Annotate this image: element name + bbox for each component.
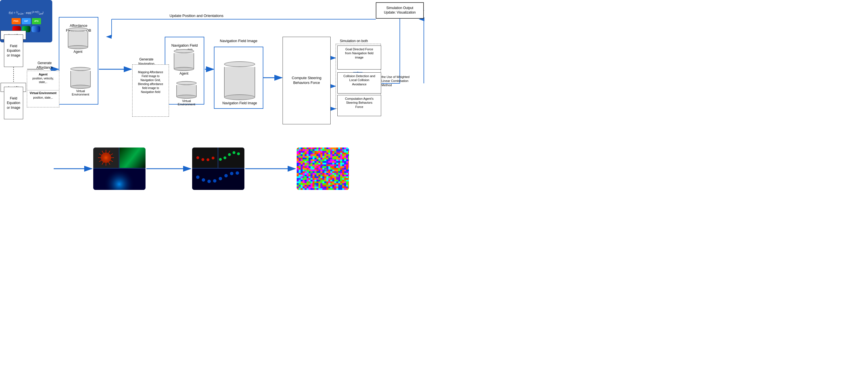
collision-box: Collision Detection and Local Collision …: [337, 72, 381, 93]
agent-info-header: Agent: [27, 72, 59, 76]
nav-field-db-title: Navigation Field Image: [214, 39, 264, 43]
input1-body-text: Field Equation or Image: [7, 44, 20, 58]
nav-field-cylinder: Navigation Field Image: [222, 61, 257, 105]
gif-icon: GIF: [22, 18, 31, 24]
nav-field-label: Navigation Field Image: [222, 101, 257, 105]
nav-db-box: Navigation Field Image DB Agent VirtualE…: [165, 37, 204, 105]
nav-agent-cylinder: Agent: [174, 49, 194, 76]
nav-virtual-cylinder: VirtualEnvironment: [174, 81, 199, 106]
sim-output-box: Simulation Output Update: Visualization: [376, 2, 424, 19]
formula-icons: PNG GIF JPG: [11, 18, 41, 24]
png-icon: PNG: [11, 18, 21, 24]
virtual-cylinder-label: Virtual Environment: [68, 89, 93, 96]
update-position-label: Update Position and Orientations: [169, 13, 223, 18]
inputN-body-text: Field Equation or Image: [7, 96, 20, 110]
jpg-icon: JPG: [32, 18, 41, 24]
bottom-image-2: [93, 148, 146, 190]
formula-text: f(x) = 1⁄σ√2π · exp{-(x-m)²⁄2σ²}: [9, 10, 43, 16]
virtual-info-header: Virtual Environment: [27, 91, 59, 95]
agent-cylinder: Agent: [68, 27, 88, 54]
agent-info-box: Agent position, velocity, state,.. Virtu…: [27, 71, 59, 108]
input1-body: Field Equation or Image: [4, 34, 23, 67]
inputN-body: Field Equation or Image: [4, 87, 23, 119]
compute-steering-box: Compute Steering Behaviors Force: [283, 37, 331, 124]
nav-image-box: Navigation Field Image: [214, 47, 264, 109]
affordance-db-box: Affordance Field Image DB Agent Virtual …: [59, 17, 98, 105]
agent-info-body: position, velocity, state,..: [27, 77, 59, 84]
virtual-cylinder: Virtual Environment: [68, 67, 93, 96]
nav-agent-label: Agent: [179, 71, 188, 76]
goal-force-box: Goal Directed Force from Navigation fiel…: [337, 46, 381, 69]
computation-box: Computation Agent's Steering Behaviors F…: [337, 95, 381, 116]
mapping-text: Mapping Affordance Field Image to Naviga…: [132, 65, 169, 96]
weighted-box: Goal Directed Force from Navigation fiel…: [336, 44, 381, 109]
virtual-info-body: position, state,..: [27, 96, 59, 99]
agent-cylinder-label: Agent: [73, 50, 82, 54]
bottom-image-4: [297, 148, 349, 190]
nav-virtual-label: VirtualEnvironment: [174, 99, 199, 106]
bottom-image-3: [192, 148, 244, 190]
diagram-container: Input 1 Field Equation or Image Input N …: [0, 0, 434, 194]
weighted-label: the Use of Weighted Linear Combination M…: [381, 75, 418, 87]
mapping-box: Mapping Affordance Field Image to Naviga…: [132, 64, 169, 117]
